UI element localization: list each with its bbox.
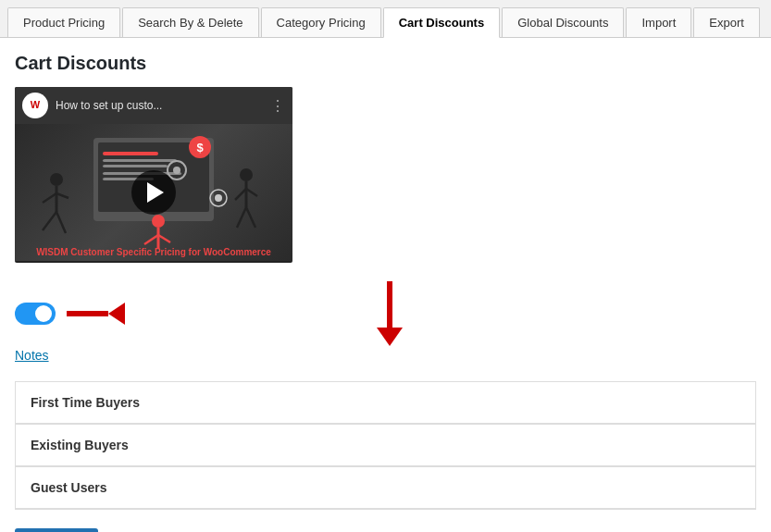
video-caption: WISDM Customer Specific Pricing for WooC… bbox=[15, 247, 292, 257]
accordion-wrapper: First Time BuyersExisting BuyersGuest Us… bbox=[15, 381, 756, 510]
toggle-notes-row: Notes bbox=[15, 281, 756, 363]
svg-line-16 bbox=[56, 193, 68, 198]
video-more-icon[interactable]: ⋮ bbox=[270, 97, 285, 115]
tab-import[interactable]: Import bbox=[626, 7, 691, 37]
toggle-row-inner bbox=[15, 281, 756, 346]
svg-line-27 bbox=[144, 235, 158, 244]
video-top-bar: W How to set up custo... ⋮ bbox=[15, 87, 292, 124]
svg-line-22 bbox=[246, 189, 257, 196]
svg-rect-4 bbox=[103, 152, 158, 155]
accordion-section-existing-buyers: Existing Buyers bbox=[15, 425, 756, 467]
svg-rect-5 bbox=[103, 159, 177, 162]
video-logo: W bbox=[22, 93, 48, 118]
svg-point-30 bbox=[215, 194, 222, 202]
accordion-header-existing-buyers[interactable]: Existing Buyers bbox=[16, 425, 755, 466]
svg-line-17 bbox=[43, 212, 56, 230]
video-play-button[interactable] bbox=[131, 170, 176, 215]
notes-link[interactable]: Notes bbox=[15, 348, 756, 363]
svg-point-13 bbox=[50, 173, 63, 186]
svg-line-28 bbox=[158, 235, 170, 242]
svg-line-24 bbox=[246, 207, 255, 228]
svg-point-25 bbox=[152, 215, 165, 228]
svg-text:W: W bbox=[31, 99, 41, 110]
svg-point-10 bbox=[173, 167, 180, 174]
tab-export[interactable]: Export bbox=[693, 7, 760, 37]
tab-cart-discounts[interactable]: Cart Discounts bbox=[383, 7, 500, 38]
svg-line-23 bbox=[237, 207, 246, 228]
svg-text:$: $ bbox=[196, 141, 204, 155]
video-content[interactable]: $ bbox=[15, 124, 292, 261]
logo-text: W bbox=[25, 94, 45, 117]
tab-bar: Product PricingSearch By & DeleteCategor… bbox=[0, 0, 771, 38]
video-title: How to set up custo... bbox=[56, 99, 263, 112]
accordion-header-guest-users[interactable]: Guest Users bbox=[16, 467, 755, 509]
video-thumbnail[interactable]: W How to set up custo... ⋮ bbox=[15, 87, 292, 263]
svg-line-18 bbox=[56, 212, 66, 233]
toggle-arrow-left bbox=[67, 303, 125, 325]
svg-line-21 bbox=[235, 189, 246, 200]
save-all-button[interactable]: Save All bbox=[15, 528, 98, 532]
tab-product-pricing[interactable]: Product Pricing bbox=[7, 7, 120, 37]
accordion-header-first-time-buyers[interactable]: First Time Buyers bbox=[16, 382, 755, 424]
svg-rect-6 bbox=[103, 165, 168, 167]
svg-line-15 bbox=[43, 193, 56, 203]
tab-search-by-delete[interactable]: Search By & Delete bbox=[122, 7, 258, 37]
tab-category-pricing[interactable]: Category Pricing bbox=[261, 7, 381, 37]
down-arrow bbox=[377, 281, 403, 346]
bottom-section: Save All bbox=[15, 528, 756, 532]
svg-point-19 bbox=[240, 168, 253, 181]
page-title: Cart Discounts bbox=[15, 53, 756, 74]
accordion-section-first-time-buyers: First Time Buyers bbox=[15, 381, 756, 425]
cart-discounts-toggle[interactable] bbox=[15, 303, 56, 325]
main-content: Cart Discounts W How to set up custo... … bbox=[0, 38, 771, 532]
tab-global-discounts[interactable]: Global Discounts bbox=[502, 7, 624, 37]
accordion-section-guest-users: Guest Users bbox=[15, 467, 756, 510]
